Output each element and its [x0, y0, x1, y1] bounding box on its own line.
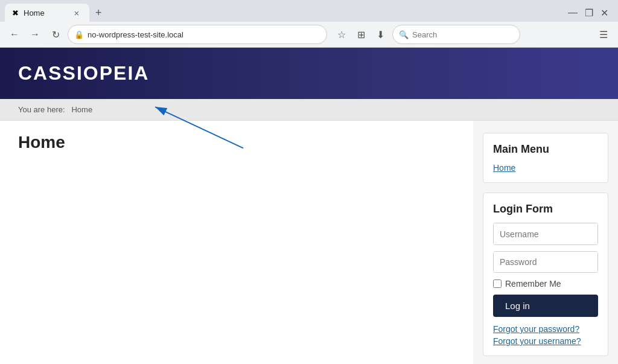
password-input[interactable]	[494, 252, 598, 272]
login-button[interactable]: Log in	[493, 295, 598, 317]
username-input-container: 👤	[493, 223, 598, 245]
forgot-username-link[interactable]: Forgot your username?	[493, 336, 598, 346]
tab-title: Home	[24, 8, 66, 18]
password-group: 👁	[493, 251, 598, 273]
main-menu-module: Main Menu Home	[483, 133, 608, 183]
extension-button[interactable]: ⊞	[352, 26, 369, 43]
window-controls: — ❐ ✕	[568, 7, 613, 19]
site-logo: CASSIOPEIA	[18, 62, 149, 85]
remember-me-label: Remember Me	[505, 279, 561, 289]
breadcrumb-home-link[interactable]: Home	[71, 105, 92, 114]
new-tab-button[interactable]: +	[92, 5, 106, 21]
bookmark-button[interactable]: ☆	[333, 26, 350, 43]
sidebar-item-home[interactable]: Home	[493, 163, 515, 173]
tab-bar: ✖ Home × + — ❐ ✕	[0, 0, 618, 22]
login-form-module: Login Form 👤 👁	[483, 193, 608, 356]
main-content-area: Home	[0, 121, 473, 364]
forgot-password-link[interactable]: Forgot your password?	[493, 324, 598, 334]
back-button[interactable]: ←	[6, 26, 23, 43]
close-window-button[interactable]: ✕	[600, 7, 608, 19]
tab-favicon: ✖	[12, 8, 19, 18]
forward-button[interactable]: →	[27, 26, 43, 43]
breadcrumb-prefix: You are here:	[18, 105, 65, 114]
login-form-title: Login Form	[493, 203, 598, 216]
address-bar[interactable]: 🔒	[68, 25, 327, 44]
page-title: Home	[18, 133, 455, 152]
site-content: Home Main Menu Home Login Form 👤	[0, 121, 618, 364]
main-menu-title: Main Menu	[493, 143, 598, 156]
maximize-button[interactable]: ❐	[585, 7, 593, 19]
download-button[interactable]: ⬇	[372, 26, 389, 43]
refresh-button[interactable]: ↻	[47, 26, 64, 43]
menu-button[interactable]: ☰	[595, 26, 612, 43]
address-input[interactable]	[88, 30, 320, 39]
search-bar[interactable]: 🔍	[392, 25, 520, 44]
username-group: 👤	[493, 223, 598, 245]
nav-actions: ☆ ⊞ ⬇	[333, 26, 389, 43]
search-input[interactable]	[412, 30, 514, 39]
minimize-button[interactable]: —	[568, 7, 578, 19]
navigation-bar: ← → ↻ 🔒 ☆ ⊞ ⬇ 🔍 ☰	[0, 22, 618, 47]
username-input[interactable]	[494, 223, 598, 244]
browser-chrome: ✖ Home × + — ❐ ✕ ← → ↻ 🔒 ☆ ⊞ ⬇ 🔍 ☰	[0, 0, 618, 48]
password-input-container: 👁	[493, 251, 598, 273]
remember-me-checkbox[interactable]	[493, 279, 502, 288]
active-tab[interactable]: ✖ Home ×	[5, 4, 89, 22]
login-links: Forgot your password? Forgot your userna…	[493, 324, 598, 346]
breadcrumb-bar: You are here: Home	[0, 99, 618, 121]
lock-icon: 🔒	[74, 30, 84, 39]
website-container: CASSIOPEIA You are here: Home Home Main …	[0, 48, 618, 364]
website-wrapper: CASSIOPEIA You are here: Home Home Main …	[0, 48, 618, 364]
tab-close-button[interactable]: ×	[71, 7, 82, 18]
site-header: CASSIOPEIA	[0, 48, 618, 99]
sidebar: Main Menu Home Login Form 👤	[473, 121, 618, 364]
search-icon: 🔍	[399, 30, 409, 39]
remember-me-group: Remember Me	[493, 279, 598, 289]
